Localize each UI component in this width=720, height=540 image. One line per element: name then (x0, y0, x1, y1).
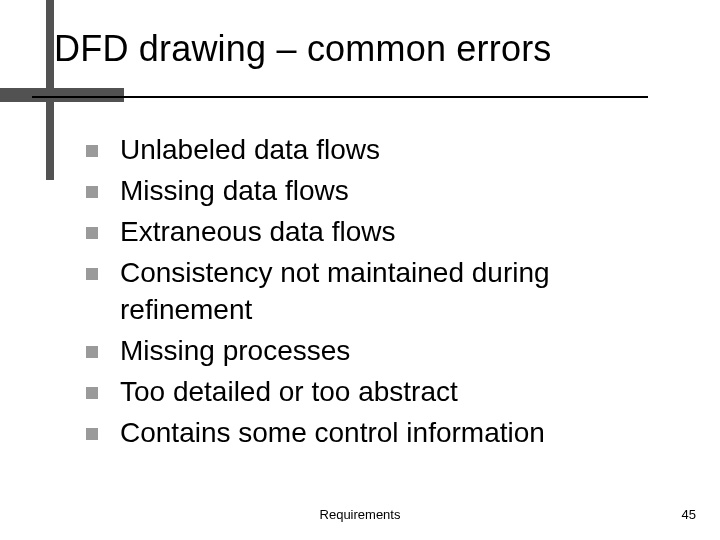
list-item-text: Missing processes (120, 333, 350, 370)
slide-title: DFD drawing – common errors (54, 28, 680, 69)
page-number: 45 (682, 507, 696, 522)
list-item: Consistency not maintained during refine… (86, 255, 650, 329)
list-item: Unlabeled data flows (86, 132, 650, 169)
list-item-text: Too detailed or too abstract (120, 374, 458, 411)
list-item: Missing data flows (86, 173, 650, 210)
square-bullet-icon (86, 387, 98, 399)
bullet-list: Unlabeled data flows Missing data flows … (86, 132, 650, 456)
square-bullet-icon (86, 268, 98, 280)
list-item: Contains some control information (86, 415, 650, 452)
title-area: DFD drawing – common errors (54, 28, 680, 79)
title-underline (32, 96, 648, 98)
slide: DFD drawing – common errors Unlabeled da… (0, 0, 720, 540)
list-item: Too detailed or too abstract (86, 374, 650, 411)
square-bullet-icon (86, 227, 98, 239)
list-item-text: Extraneous data flows (120, 214, 396, 251)
list-item-text: Consistency not maintained during refine… (120, 255, 650, 329)
list-item-text: Missing data flows (120, 173, 349, 210)
square-bullet-icon (86, 145, 98, 157)
accent-horizontal-bar (0, 88, 124, 102)
square-bullet-icon (86, 428, 98, 440)
square-bullet-icon (86, 186, 98, 198)
footer-label: Requirements (0, 507, 720, 522)
list-item-text: Unlabeled data flows (120, 132, 380, 169)
list-item: Extraneous data flows (86, 214, 650, 251)
list-item-text: Contains some control information (120, 415, 545, 452)
list-item: Missing processes (86, 333, 650, 370)
square-bullet-icon (86, 346, 98, 358)
